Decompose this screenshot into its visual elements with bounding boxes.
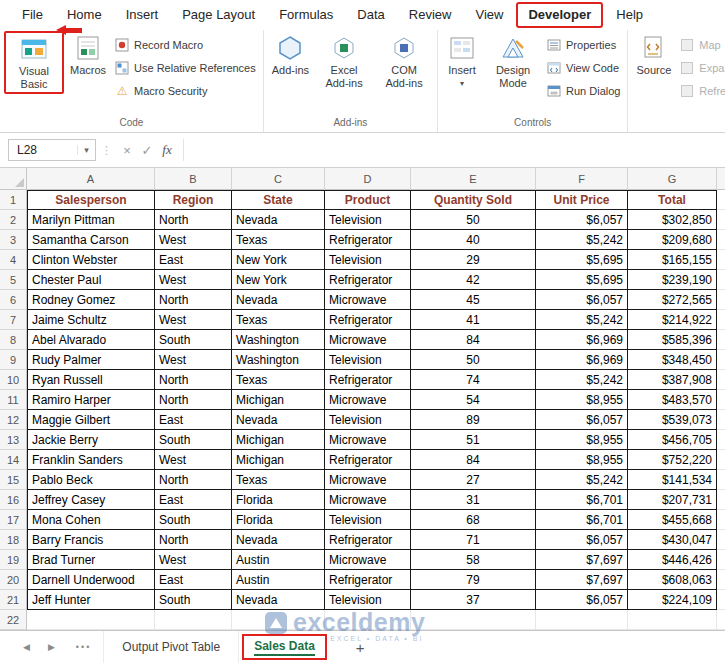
cell-B12[interactable]: East: [155, 410, 232, 430]
cell-E19[interactable]: 58: [411, 550, 536, 570]
cell-A1[interactable]: Salesperson: [27, 190, 155, 210]
ribbon-tab-data[interactable]: Data: [345, 2, 396, 28]
ribbon-tab-page-layout[interactable]: Page Layout: [170, 2, 267, 28]
cell-C18[interactable]: Nevada: [232, 530, 325, 550]
cell-D5[interactable]: Refrigerator: [325, 270, 411, 290]
cell-G13[interactable]: $456,705: [628, 430, 717, 450]
cell-A13[interactable]: Jackie Berry: [27, 430, 155, 450]
row-header-20[interactable]: 20: [0, 570, 27, 590]
cell-F17[interactable]: $6,701: [536, 510, 628, 530]
record-macro-button[interactable]: Record Macro: [115, 38, 256, 52]
cell-D3[interactable]: Refrigerator: [325, 230, 411, 250]
cell-D11[interactable]: Microwave: [325, 390, 411, 410]
cell-after-G7[interactable]: [717, 310, 725, 330]
row-header-8[interactable]: 8: [0, 330, 27, 350]
row-header-19[interactable]: 19: [0, 550, 27, 570]
row-header-21[interactable]: 21: [0, 590, 27, 610]
cell-F22[interactable]: [536, 610, 628, 630]
cell-A11[interactable]: Ramiro Harper: [27, 390, 155, 410]
cell-after-G8[interactable]: [717, 330, 725, 350]
row-header-14[interactable]: 14: [0, 450, 27, 470]
cell-F14[interactable]: $8,955: [536, 450, 628, 470]
cell-G14[interactable]: $752,220: [628, 450, 717, 470]
cell-E3[interactable]: 40: [411, 230, 536, 250]
cell-A14[interactable]: Franklin Sanders: [27, 450, 155, 470]
cell-G8[interactable]: $585,396: [628, 330, 717, 350]
cell-F1[interactable]: Unit Price: [536, 190, 628, 210]
cell-F3[interactable]: $5,242: [536, 230, 628, 250]
macro-security-button[interactable]: ⚠ Macro Security: [115, 84, 256, 98]
cell-D17[interactable]: Television: [325, 510, 411, 530]
row-header-16[interactable]: 16: [0, 490, 27, 510]
cell-C22[interactable]: [232, 610, 325, 630]
cell-G7[interactable]: $214,922: [628, 310, 717, 330]
cell-D22[interactable]: [325, 610, 411, 630]
sheet-nav-right-icon[interactable]: ▶: [39, 642, 64, 652]
row-header-9[interactable]: 9: [0, 350, 27, 370]
cell-G5[interactable]: $239,190: [628, 270, 717, 290]
cell-D4[interactable]: Television: [325, 250, 411, 270]
cell-after-G4[interactable]: [717, 250, 725, 270]
cell-E9[interactable]: 50: [411, 350, 536, 370]
cell-E6[interactable]: 45: [411, 290, 536, 310]
add-sheet-button[interactable]: +: [356, 639, 365, 656]
cell-A12[interactable]: Maggie Gilbert: [27, 410, 155, 430]
cell-after-G18[interactable]: [717, 530, 725, 550]
cell-F10[interactable]: $5,242: [536, 370, 628, 390]
cell-B21[interactable]: South: [155, 590, 232, 610]
cell-B17[interactable]: South: [155, 510, 232, 530]
column-header-B[interactable]: B: [155, 168, 232, 190]
cell-A9[interactable]: Rudy Palmer: [27, 350, 155, 370]
cell-B15[interactable]: North: [155, 470, 232, 490]
cell-B9[interactable]: West: [155, 350, 232, 370]
cell-A15[interactable]: Pablo Beck: [27, 470, 155, 490]
cell-E20[interactable]: 79: [411, 570, 536, 590]
cell-A20[interactable]: Darnell Underwood: [27, 570, 155, 590]
cell-D13[interactable]: Microwave: [325, 430, 411, 450]
run-dialog-button[interactable]: Run Dialog: [547, 84, 620, 98]
cell-A22[interactable]: [27, 610, 155, 630]
name-box-dropdown-icon[interactable]: ▾: [77, 145, 95, 155]
formula-input[interactable]: [183, 139, 725, 161]
cell-C2[interactable]: Nevada: [232, 210, 325, 230]
cell-C4[interactable]: New York: [232, 250, 325, 270]
ribbon-tab-file[interactable]: File: [10, 2, 55, 28]
row-header-11[interactable]: 11: [0, 390, 27, 410]
row-header-17[interactable]: 17: [0, 510, 27, 530]
cell-B20[interactable]: East: [155, 570, 232, 590]
design-mode-button[interactable]: Design Mode: [483, 30, 543, 91]
cell-C5[interactable]: New York: [232, 270, 325, 290]
row-header-10[interactable]: 10: [0, 370, 27, 390]
cell-E4[interactable]: 29: [411, 250, 536, 270]
cell-after-G3[interactable]: [717, 230, 725, 250]
cell-D1[interactable]: Product: [325, 190, 411, 210]
cell-E7[interactable]: 41: [411, 310, 536, 330]
cell-C19[interactable]: Austin: [232, 550, 325, 570]
cell-E22[interactable]: [411, 610, 536, 630]
expansion-packs-button[interactable]: Expa: [680, 61, 725, 75]
source-button[interactable]: Source: [631, 30, 676, 79]
row-header-6[interactable]: 6: [0, 290, 27, 310]
ribbon-tab-view[interactable]: View: [463, 2, 515, 28]
cell-D15[interactable]: Microwave: [325, 470, 411, 490]
cell-D12[interactable]: Television: [325, 410, 411, 430]
cell-F2[interactable]: $6,057: [536, 210, 628, 230]
cell-B19[interactable]: West: [155, 550, 232, 570]
cell-C6[interactable]: Nevada: [232, 290, 325, 310]
cell-C21[interactable]: Nevada: [232, 590, 325, 610]
cell-after-G5[interactable]: [717, 270, 725, 290]
cell-E15[interactable]: 27: [411, 470, 536, 490]
cell-after-G22[interactable]: [717, 610, 725, 630]
cell-C13[interactable]: Michigan: [232, 430, 325, 450]
cell-C7[interactable]: Texas: [232, 310, 325, 330]
cell-A18[interactable]: Barry Francis: [27, 530, 155, 550]
row-header-15[interactable]: 15: [0, 470, 27, 490]
cell-C10[interactable]: Texas: [232, 370, 325, 390]
cell-G10[interactable]: $387,908: [628, 370, 717, 390]
cell-A4[interactable]: Clinton Webster: [27, 250, 155, 270]
cell-G6[interactable]: $272,565: [628, 290, 717, 310]
cell-D20[interactable]: Refrigerator: [325, 570, 411, 590]
cell-G20[interactable]: $608,063: [628, 570, 717, 590]
cancel-button[interactable]: ×: [117, 143, 137, 158]
cell-D6[interactable]: Microwave: [325, 290, 411, 310]
